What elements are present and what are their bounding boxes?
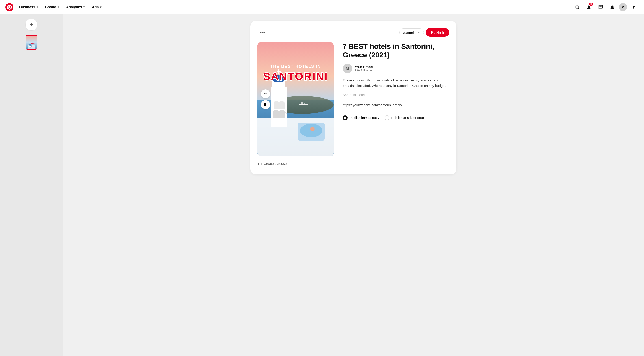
board-name: Santorini: [403, 31, 416, 34]
business-chevron-icon: ▾: [36, 5, 38, 9]
nav-create[interactable]: Create ▾: [42, 3, 62, 11]
publish-immediately-label: Publish immediately: [349, 116, 379, 120]
nav-business-label: Business: [19, 5, 35, 9]
svg-text:THE BEST: THE BEST: [29, 41, 34, 42]
add-pin-button[interactable]: +: [26, 19, 37, 30]
pin-title: 7 BEST hotels in Santorini, Greece (2021…: [342, 42, 449, 59]
publish-immediately-radio[interactable]: [342, 115, 348, 120]
pin-url-input[interactable]: [342, 101, 449, 109]
pin-thumbnail[interactable]: THE BEST HOTELS IN SANTORINI: [26, 35, 37, 50]
author-name: Your Brand: [355, 65, 373, 69]
nav-ads-label: Ads: [92, 5, 98, 9]
messages-button[interactable]: [596, 2, 606, 12]
svg-rect-15: [304, 102, 305, 104]
pin-author: M Your Brand 3.9k followers: [342, 64, 449, 73]
publish-options: Publish immediately Publish at a later d…: [342, 115, 449, 120]
account-chevron[interactable]: ▾: [629, 2, 638, 12]
svg-point-9: [29, 44, 31, 46]
pin-image: THE BEST HOTELS IN SANTORINI ✏ 🗑: [258, 42, 334, 156]
pin-description: These stunning Santorini hotels all have…: [342, 78, 449, 88]
account-chevron-icon: ▾: [632, 4, 635, 10]
analytics-chevron-icon: ▾: [83, 5, 85, 9]
nav-create-label: Create: [45, 5, 56, 9]
pin-body: THE BEST HOTELS IN SANTORINI ✏ 🗑 + + Cre…: [258, 42, 449, 167]
carousel-label: + Create carousel: [261, 162, 288, 165]
delete-image-button[interactable]: 🗑: [261, 100, 270, 109]
publish-button[interactable]: Publish: [426, 28, 449, 37]
svg-rect-25: [273, 111, 279, 118]
publish-immediately-option[interactable]: Publish immediately: [342, 115, 379, 120]
plus-icon: +: [258, 162, 260, 165]
svg-rect-14: [301, 102, 303, 104]
alerts-button[interactable]: [607, 2, 617, 12]
publish-later-option[interactable]: Publish at a later date: [384, 115, 424, 120]
radio-inner: [344, 117, 346, 119]
ads-chevron-icon: ▾: [100, 5, 101, 9]
svg-text:THE BEST HOTELS IN: THE BEST HOTELS IN: [270, 64, 321, 69]
svg-rect-13: [299, 104, 308, 105]
card-header: ••• Santorini ▾ Publish: [258, 28, 449, 37]
destination-placeholder: Santorini Hotel: [342, 93, 449, 97]
author-info: Your Brand 3.9k followers: [355, 65, 373, 72]
publish-later-label: Publish at a later date: [391, 116, 424, 120]
svg-rect-24: [279, 102, 284, 109]
header-right: Santorini ▾ Publish: [399, 28, 449, 37]
svg-text:SANTORINI: SANTORINI: [28, 43, 35, 44]
pinterest-logo[interactable]: [6, 3, 14, 11]
nav-analytics-label: Analytics: [66, 5, 82, 9]
pin-image-area: THE BEST HOTELS IN SANTORINI ✏ 🗑 + + Cre…: [258, 42, 334, 167]
more-options-button[interactable]: •••: [258, 29, 267, 36]
create-chevron-icon: ▾: [58, 5, 59, 9]
svg-text:SANTORINI: SANTORINI: [263, 70, 328, 82]
create-carousel-button[interactable]: + + Create carousel: [258, 160, 288, 167]
svg-line-1: [578, 8, 579, 9]
nav-right: 96 M ▾: [572, 2, 638, 12]
nav-business[interactable]: Business ▾: [16, 3, 41, 11]
notifications-button[interactable]: 96: [584, 2, 594, 12]
author-avatar: M: [342, 64, 352, 73]
user-avatar[interactable]: M: [619, 3, 627, 11]
svg-rect-23: [274, 102, 279, 109]
page-wrapper: + THE BEST HOTELS IN SANTORINI: [0, 0, 644, 356]
thumbnail-preview: THE BEST HOTELS IN SANTORINI: [26, 35, 36, 49]
author-followers: 3.9k followers: [355, 69, 373, 72]
navbar: Business ▾ Create ▾ Analytics ▾ Ads ▾ 96: [0, 0, 644, 14]
board-chevron-icon: ▾: [418, 30, 420, 34]
edit-image-button[interactable]: ✏: [261, 89, 270, 98]
svg-point-19: [310, 127, 314, 131]
sidebar: + THE BEST HOTELS IN SANTORINI: [0, 14, 63, 356]
publish-later-radio[interactable]: [384, 115, 390, 120]
board-selector[interactable]: Santorini ▾: [399, 28, 424, 36]
notification-count: 96: [589, 3, 593, 5]
nav-ads[interactable]: Ads ▾: [89, 3, 104, 11]
nav-items: Business ▾ Create ▾ Analytics ▾ Ads ▾: [16, 3, 104, 11]
svg-rect-26: [279, 111, 285, 118]
nav-analytics[interactable]: Analytics ▾: [63, 3, 88, 11]
search-button[interactable]: [572, 2, 582, 12]
image-actions: ✏ 🗑: [261, 89, 270, 109]
main-content: ••• Santorini ▾ Publish: [63, 14, 644, 356]
pin-creation-card: ••• Santorini ▾ Publish: [250, 21, 456, 174]
pin-details: 7 BEST hotels in Santorini, Greece (2021…: [342, 42, 449, 120]
